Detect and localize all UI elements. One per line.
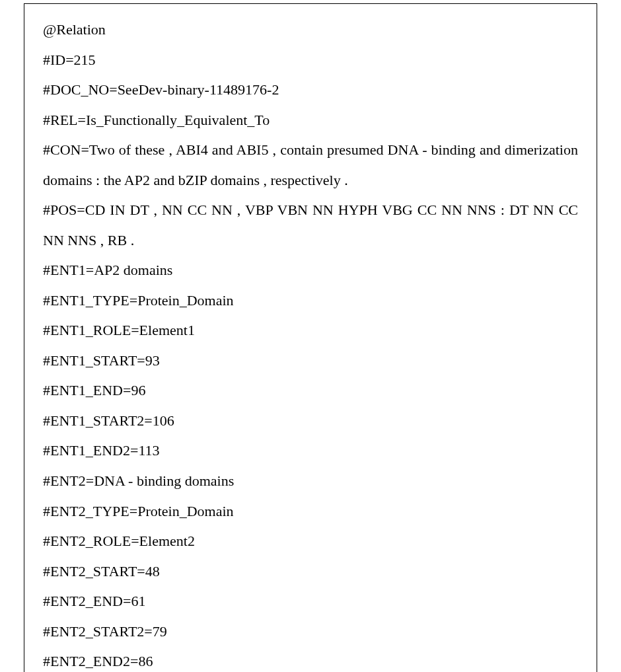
ent2-start-field: #ENT2_START=48 [43, 556, 578, 587]
rel-field: #REL=Is_Functionally_Equivalent_To [43, 105, 578, 135]
ent2-end-field: #ENT2_END=61 [43, 586, 578, 616]
ent2-field: #ENT2=DNA - binding domains [43, 466, 578, 496]
doc-no-field: #DOC_NO=SeeDev-binary-11489176-2 [43, 75, 578, 105]
ent1-start-field: #ENT1_START=93 [43, 346, 578, 376]
id-field: #ID=215 [43, 45, 578, 75]
ent1-role-field: #ENT1_ROLE=Element1 [43, 315, 578, 346]
document-box: @Relation #ID=215 #DOC_NO=SeeDev-binary-… [24, 3, 597, 672]
ent2-start2-field: #ENT2_START2=79 [43, 616, 578, 647]
pos-field: #POS=CD IN DT , NN CC NN , VBP VBN NN HY… [43, 195, 578, 255]
ent2-end2-field: #ENT2_END2=86 [43, 646, 578, 672]
ent2-type-field: #ENT2_TYPE=Protein_Domain [43, 496, 578, 527]
ent1-end2-field: #ENT1_END2=113 [43, 435, 578, 466]
ent2-role-field: #ENT2_ROLE=Element2 [43, 526, 578, 556]
relation-header: @Relation [43, 15, 578, 45]
ent1-end-field: #ENT1_END=96 [43, 375, 578, 406]
ent1-field: #ENT1=AP2 domains [43, 255, 578, 285]
con-field: #CON=Two of these , ABI4 and ABI5 , cont… [43, 135, 578, 195]
ent1-type-field: #ENT1_TYPE=Protein_Domain [43, 285, 578, 316]
ent1-start2-field: #ENT1_START2=106 [43, 406, 578, 436]
